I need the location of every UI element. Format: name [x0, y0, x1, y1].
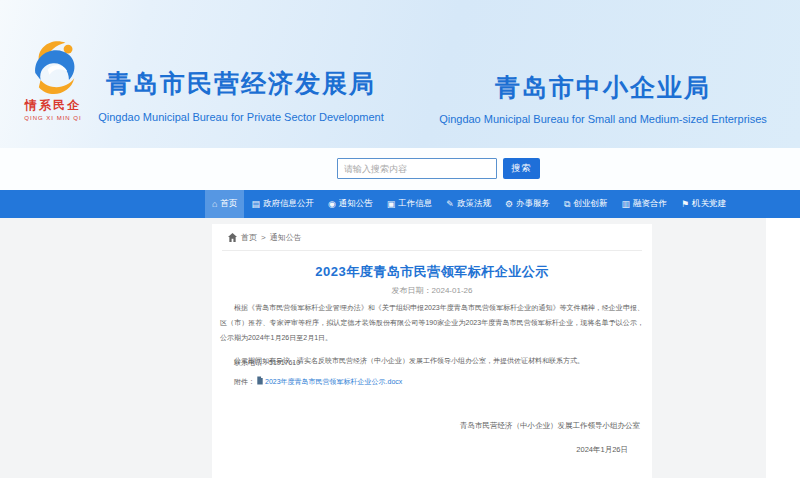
financing-icon: ▥	[621, 200, 630, 209]
nav-item-label: 工作信息	[398, 198, 432, 210]
publish-date-label: 发布日期：	[392, 286, 432, 295]
article-title: 2023年度青岛市民营领军标杆企业公示	[212, 263, 652, 281]
contact-phone-row: 联系电话：51917610	[220, 355, 300, 370]
breadcrumb-current: 通知公告	[270, 232, 302, 243]
nav-item-policy[interactable]: ✎政策法规	[439, 190, 498, 218]
bureau-right: 青岛市中小企业局 Qingdao Municipal Bureau for Sm…	[414, 74, 792, 125]
nav-item-home[interactable]: ⌂首页	[205, 190, 244, 218]
nav-items: ⌂首页▤政府信息公开◉通知公告▣工作信息✎政策法规⚙办事服务⧉创业创新▥融资合作…	[205, 190, 733, 218]
policy-icon: ✎	[446, 200, 454, 209]
logo-graphic-icon	[26, 34, 80, 96]
bureau-right-title-en: Qingdao Municipal Bureau for Small and M…	[414, 113, 792, 125]
publish-date: 发布日期：2024-01-26	[212, 285, 652, 296]
nav-item-service[interactable]: ⚙办事服务	[498, 190, 557, 218]
notice-icon: ◉	[328, 200, 336, 209]
attachment-icon	[256, 376, 264, 385]
home-icon: ⌂	[212, 200, 217, 209]
nav-item-label: 创业创新	[573, 198, 607, 210]
signature-date: 2024年1月26日	[576, 445, 628, 455]
nav-item-label: 融资合作	[633, 198, 667, 210]
publish-date-value: 2024-01-26	[432, 286, 473, 295]
site-banner: 情系民企 QING XI MIN QI 青岛市民营经济发展局 Qingdao M…	[0, 0, 800, 148]
nav-item-label: 机关党建	[692, 198, 726, 210]
contact-label: 联系电话：	[234, 359, 269, 366]
service-icon: ⚙	[505, 200, 513, 209]
innovation-icon: ⧉	[564, 200, 570, 209]
content-card: 首页 > 通知公告 2023年度青岛市民营领军标杆企业公示 发布日期：2024-…	[212, 224, 652, 478]
article-paragraph: 根据《青岛市民营领军标杆企业管理办法》和《关于组织申报2023年度青岛市民营领军…	[220, 300, 644, 345]
search-bar: 搜索	[0, 148, 800, 190]
breadcrumb: 首页 > 通知公告	[228, 232, 302, 243]
main-nav: ⌂首页▤政府信息公开◉通知公告▣工作信息✎政策法规⚙办事服务⧉创业创新▥融资合作…	[0, 190, 800, 218]
bureau-left-title-en: Qingdao Municipal Bureau for Private Sec…	[80, 111, 402, 123]
nav-item-label: 首页	[220, 198, 237, 210]
search-input[interactable]	[337, 158, 497, 179]
signature-office: 青岛市民营经济（中小企业）发展工作领导小组办公室	[460, 421, 640, 431]
attachment-label: 附件：	[234, 378, 255, 385]
party-icon: ⚑	[681, 200, 689, 209]
nav-item-work-info[interactable]: ▣工作信息	[380, 190, 440, 218]
attachment-link[interactable]: 2023年度青岛市民营领军标杆企业公示.docx	[265, 378, 402, 385]
nav-item-label: 通知公告	[339, 198, 373, 210]
breadcrumb-divider	[222, 250, 642, 251]
nav-item-financing[interactable]: ▥融资合作	[614, 190, 674, 218]
breadcrumb-home-link[interactable]: 首页	[241, 232, 257, 243]
attachment-row: 附件： 2023年度青岛市民营领军标杆企业公示.docx	[220, 374, 402, 389]
search-button[interactable]: 搜索	[503, 158, 540, 179]
nav-item-label: 政府信息公开	[263, 198, 314, 210]
bureau-left: 青岛市民营经济发展局 Qingdao Municipal Bureau for …	[80, 70, 402, 123]
breadcrumb-separator: >	[261, 233, 266, 242]
contact-phone: 51917610	[269, 359, 300, 366]
home-icon	[228, 233, 237, 242]
gov-info-icon: ▤	[251, 200, 260, 209]
nav-item-party[interactable]: ⚑机关党建	[674, 190, 733, 218]
bureau-right-title-cn: 青岛市中小企业局	[414, 74, 792, 101]
nav-item-innovation[interactable]: ⧉创业创新	[557, 190, 614, 218]
nav-item-label: 办事服务	[516, 198, 550, 210]
work-info-icon: ▣	[387, 200, 396, 209]
nav-item-label: 政策法规	[457, 198, 491, 210]
nav-item-notice[interactable]: ◉通知公告	[321, 190, 380, 218]
nav-item-gov-info[interactable]: ▤政府信息公开	[244, 190, 321, 218]
bureau-left-title-cn: 青岛市民营经济发展局	[80, 70, 402, 97]
